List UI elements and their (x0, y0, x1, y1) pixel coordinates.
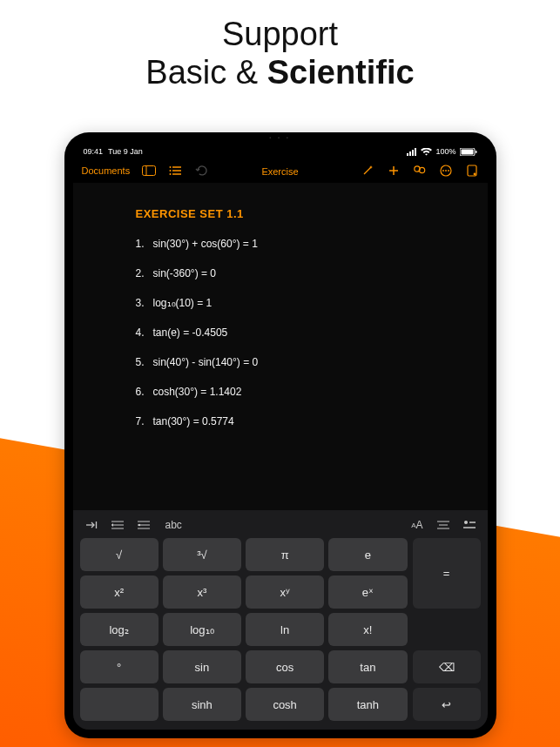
align-icon[interactable] (437, 520, 449, 530)
key-log2[interactable]: log₂ (80, 613, 159, 646)
key-ex[interactable]: eˣ (328, 575, 407, 609)
key-equals[interactable]: = (413, 538, 481, 609)
key-e[interactable]: e (328, 538, 407, 571)
equation-list: 1.sin(30°) + cos(60°) = 1 2.sin(-360°) =… (136, 238, 463, 427)
key-cosh[interactable]: cosh (246, 688, 324, 721)
svg-rect-2 (412, 150, 414, 156)
svg-rect-6 (476, 151, 477, 153)
equation-item: 6.cosh(30°) = 1.1402 (136, 386, 463, 398)
marketing-line2: Basic & Scientific (0, 54, 560, 92)
tablet-frame: • • • 09:41 Tue 9 Jan 1 (64, 132, 496, 738)
svg-rect-1 (409, 151, 411, 156)
svg-line-15 (364, 167, 371, 174)
keyboard-toolbar: abc AA (80, 515, 481, 538)
keyboard: abc AA (73, 510, 488, 730)
key-grid: √ ³√ π e x² x³ xʸ eˣ log₂ log₁₀ ln x! (80, 538, 408, 721)
bookmark-icon[interactable] (465, 164, 479, 178)
svg-point-34 (138, 524, 139, 526)
battery-percent: 100% (435, 147, 455, 156)
key-sqrt[interactable]: √ (80, 538, 159, 571)
status-date: Tue 9 Jan (108, 147, 143, 156)
key-side-column: = ⌫ ↩ (413, 538, 481, 721)
svg-rect-7 (143, 166, 156, 176)
format-icon[interactable] (463, 520, 476, 530)
screen: 09:41 Tue 9 Jan 100% (73, 143, 488, 730)
key-x2[interactable]: x² (80, 575, 159, 609)
text-size-icon[interactable]: AA (411, 519, 422, 531)
sidebar-icon[interactable] (142, 164, 156, 178)
content-area[interactable]: EXERCISE SET 1.1 1.sin(30°) + cos(60°) =… (73, 183, 488, 510)
svg-point-13 (170, 173, 172, 175)
key-xy[interactable]: xʸ (246, 575, 324, 609)
key-log10[interactable]: log₁₀ (163, 613, 241, 646)
equation-item: 3.log₁₀(10) = 1 (136, 297, 463, 309)
collaborate-icon[interactable] (413, 164, 427, 178)
status-time: 09:41 (84, 147, 104, 156)
page-title: Exercise (261, 166, 298, 177)
key-ln[interactable]: ln (246, 613, 324, 646)
svg-point-38 (464, 521, 468, 524)
key-x3[interactable]: x³ (163, 575, 241, 609)
svg-rect-3 (415, 148, 416, 156)
status-bar: 09:41 Tue 9 Jan 100% (73, 143, 488, 158)
camera-dots: • • • (269, 135, 291, 140)
svg-rect-5 (461, 149, 473, 154)
key-tan[interactable]: tan (328, 650, 407, 683)
marketing-line1: Support (0, 16, 560, 54)
indent-right-icon[interactable] (138, 520, 150, 530)
equation-item: 1.sin(30°) + cos(60°) = 1 (136, 238, 463, 250)
key-sin[interactable]: sin (163, 650, 241, 683)
svg-point-21 (442, 170, 444, 172)
svg-point-25 (473, 173, 476, 176)
more-icon[interactable] (439, 164, 453, 178)
key-fact[interactable]: x! (328, 613, 407, 646)
svg-point-22 (445, 170, 447, 172)
tab-icon[interactable] (85, 520, 98, 530)
equation-item: 5.sin(40°) - sin(140°) = 0 (136, 356, 463, 368)
svg-rect-0 (407, 153, 408, 156)
equation-item: 7.tan(30°) = 0.5774 (136, 415, 463, 427)
wand-icon[interactable] (361, 164, 374, 178)
undo-icon[interactable] (194, 164, 208, 178)
key-backspace[interactable]: ⌫ (413, 650, 481, 683)
abc-toggle[interactable]: abc (165, 519, 182, 531)
key-cos[interactable]: cos (246, 650, 324, 683)
section-title: EXERCISE SET 1.1 (136, 207, 463, 220)
key-tanh[interactable]: tanh (328, 688, 407, 721)
battery-icon (460, 148, 477, 156)
marketing-title: Support Basic & Scientific (0, 0, 560, 91)
side-spacer (413, 613, 481, 646)
app-toolbar: Documents Exercise (73, 158, 488, 183)
equation-item: 4.tan(e) = -0.4505 (136, 326, 463, 339)
svg-point-23 (448, 170, 449, 172)
key-enter[interactable]: ↩ (413, 688, 481, 721)
key-pi[interactable]: π (246, 538, 324, 571)
key-sinh[interactable]: sinh (163, 688, 241, 721)
svg-point-9 (170, 166, 172, 168)
equation-item: 2.sin(-360°) = 0 (136, 267, 463, 279)
key-cbrt[interactable]: ³√ (163, 538, 241, 571)
key-deg[interactable]: ° (80, 650, 159, 683)
wifi-icon (421, 148, 432, 156)
indent-left-icon[interactable] (111, 520, 124, 530)
documents-button[interactable]: Documents (82, 165, 131, 176)
plus-icon[interactable] (387, 164, 401, 178)
signal-icon (407, 148, 417, 156)
key-blank[interactable] (80, 688, 159, 721)
list-icon[interactable] (168, 164, 182, 178)
svg-point-11 (170, 170, 172, 172)
